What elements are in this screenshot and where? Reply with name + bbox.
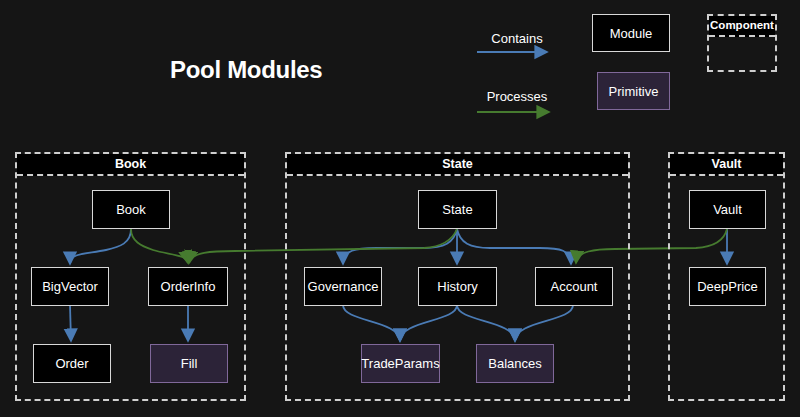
node-fill: Fill [150, 344, 228, 383]
node-deepprice: DeepPrice [689, 267, 766, 306]
component-book-header: Book [17, 154, 244, 176]
pool-modules-diagram: Pool Modules Contains Proces [0, 0, 800, 417]
node-account: Account [535, 267, 613, 306]
component-vault-header: Vault [670, 154, 783, 176]
node-tradeparams: TradeParams [361, 344, 440, 383]
legend-module-label: Module [610, 26, 653, 41]
node-governance: Governance [304, 267, 382, 306]
component-state-header: State [287, 154, 628, 176]
node-book: Book [92, 190, 170, 229]
legend-component-label: Component [709, 16, 775, 37]
node-vault: Vault [689, 190, 766, 229]
legend-processes-label: Processes [477, 89, 557, 104]
node-bigvector: BigVector [31, 267, 109, 306]
node-history: History [418, 267, 497, 306]
legend-module-box: Module [592, 14, 670, 52]
legend-primitive-box: Primitive [597, 72, 670, 110]
legend-component-box: Component [707, 14, 777, 72]
node-orderinfo: OrderInfo [148, 267, 228, 306]
legend-primitive-label: Primitive [609, 84, 659, 99]
legend-contains-label: Contains [477, 31, 557, 46]
node-state: State [418, 190, 497, 229]
node-balances: Balances [476, 344, 554, 383]
node-order: Order [33, 344, 111, 383]
